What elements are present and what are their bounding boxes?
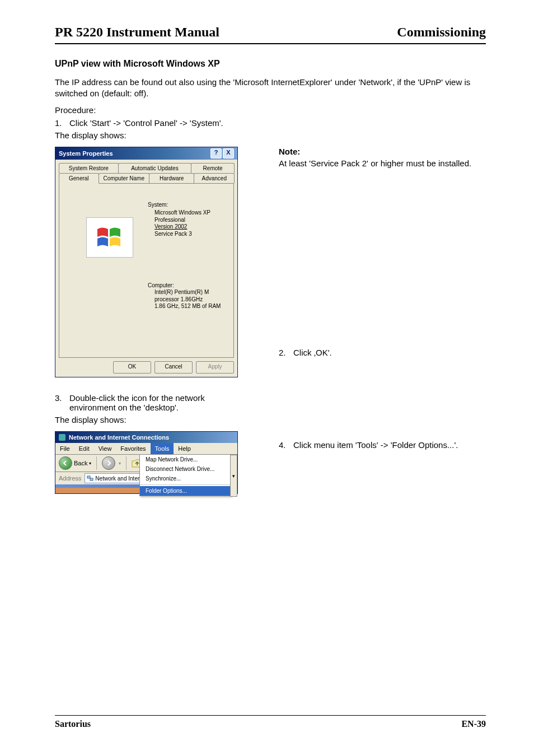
header-right: Commissioning <box>397 25 486 40</box>
sp-computer-line-0: Intel(R) Pentium(R) M <box>154 289 221 296</box>
step-1: 1. Click 'Start' -> 'Control Panel' -> '… <box>55 118 486 128</box>
sp-computer-line-1: processor 1.86GHz <box>154 296 221 304</box>
sp-version-link[interactable]: Version 2002 <box>154 223 187 230</box>
sp-tabs-front-row: General Computer Name Hardware Advanced <box>59 173 234 183</box>
sp-tab-general[interactable]: General <box>59 173 99 184</box>
sp-computer-block: Computer: Intel(R) Pentium(R) M processo… <box>148 282 221 310</box>
sp-tab-hardware[interactable]: Hardware <box>149 173 194 183</box>
nic-dd-synchronize[interactable]: Synchronize... <box>140 474 231 483</box>
sp-tab-automatic-updates[interactable]: Automatic Updates <box>118 163 192 173</box>
step-1-num: 1. <box>55 118 69 128</box>
step-2-num: 2. <box>279 348 293 357</box>
sp-system-label: System: <box>148 202 210 209</box>
chevron-down-icon: ▾ <box>119 461 121 466</box>
sp-titlebar: System Properties ? X <box>55 147 237 160</box>
nic-back-label: Back <box>74 460 87 466</box>
footer-left: Sartorius <box>55 719 91 729</box>
step-4-num: 4. <box>279 440 293 450</box>
nic-dd-map-drive[interactable]: Map Network Drive... <box>140 455 231 464</box>
sp-tab-remote[interactable]: Remote <box>191 163 235 173</box>
windows-logo-icon <box>96 223 124 251</box>
nic-menu-edit[interactable]: Edit <box>74 443 94 454</box>
note-body: At least 'Service Pack 2' or higher must… <box>279 158 486 168</box>
step-2-text: Click ‚OK'. <box>293 348 486 357</box>
svg-rect-0 <box>87 476 90 478</box>
page-header: PR 5220 Instrument Manual Commissioning <box>55 25 486 44</box>
svg-rect-1 <box>90 478 93 480</box>
sp-system-line-1: Professional <box>154 217 210 224</box>
sp-system-block: System: Microsoft Windows XP Professiona… <box>148 202 210 238</box>
sp-help-button[interactable]: ? <box>210 148 222 158</box>
nic-dd-chevron[interactable]: ▾ <box>230 455 237 497</box>
display-shows-1: The display shows: <box>55 130 486 141</box>
sp-computer-line-2: 1.86 GHz, 512 MB of RAM <box>154 303 221 310</box>
display-shows-2: The display shows: <box>55 414 486 426</box>
step-2: 2. Click ‚OK'. <box>279 348 486 357</box>
nic-back-button[interactable]: Back ▾ <box>59 456 91 470</box>
sp-tab-advanced[interactable]: Advanced <box>194 173 235 183</box>
sp-general-panel: System: Microsoft Windows XP Professiona… <box>59 183 234 358</box>
nic-menu-file[interactable]: File <box>55 443 74 454</box>
nic-dd-disconnect-drive[interactable]: Disconnect Network Drive... <box>140 464 231 474</box>
step-3: 3. Double-click the icon for the network… <box>55 393 245 412</box>
header-left: PR 5220 Instrument Manual <box>55 25 219 40</box>
network-icon <box>87 475 93 482</box>
sp-windows-logo <box>86 217 133 258</box>
step-3-text: Double-click the icon for the network en… <box>69 393 245 412</box>
intro-paragraph: The IP address can be found out also usi… <box>55 77 486 100</box>
sp-system-line-3: Service Pack 3 <box>154 231 210 238</box>
sp-tabs-back-row: System Restore Automatic Updates Remote <box>59 163 234 173</box>
step-3-num: 3. <box>55 393 69 412</box>
nic-toolbar: Back ▾ ▾ <box>55 455 237 472</box>
system-properties-window: System Properties ? X System Restore Aut… <box>55 147 238 377</box>
nic-menu-view[interactable]: View <box>94 443 116 454</box>
step-4-text: Click menu item 'Tools' -> 'Folder Optio… <box>293 440 486 450</box>
nic-dd-separator <box>140 484 231 485</box>
nic-dd-folder-options[interactable]: Folder Options... <box>140 486 231 496</box>
sp-button-row: OK Cancel Apply <box>55 358 237 377</box>
chevron-down-icon: ▾ <box>89 461 91 466</box>
nic-menubar: File Edit View Favorites Tools Help <box>55 443 237 455</box>
network-connections-window: Network and Internet Connections File Ed… <box>55 431 238 494</box>
sp-computer-label: Computer: <box>148 282 221 290</box>
sp-tab-system-restore[interactable]: System Restore <box>59 163 119 173</box>
nic-menu-tools[interactable]: Tools <box>151 443 174 454</box>
sp-apply-button[interactable]: Apply <box>196 361 234 374</box>
toolbar-separator <box>96 456 97 470</box>
sp-close-button[interactable]: X <box>223 148 234 158</box>
subheading: UPnP view with Microsoft Windows XP <box>55 59 486 69</box>
arrow-left-icon <box>59 456 72 470</box>
step-1-text: Click 'Start' -> 'Control Panel' -> 'Sys… <box>69 118 486 128</box>
nic-menu-help[interactable]: Help <box>174 443 195 454</box>
nic-title-text: Network and Internet Connections <box>69 432 169 443</box>
nic-forward-button[interactable] <box>102 456 115 470</box>
nic-tools-dropdown: Map Network Drive... Disconnect Network … <box>139 454 231 496</box>
footer-right: EN-39 <box>461 719 486 729</box>
note-title: Note: <box>279 147 486 156</box>
toolbar-separator <box>126 456 127 470</box>
procedure-label: Procedure: <box>55 105 486 115</box>
page-footer: Sartorius EN-39 <box>55 715 486 729</box>
nic-address-label: Address <box>59 475 81 482</box>
nic-titlebar: Network and Internet Connections <box>55 432 237 443</box>
nic-menu-favorites[interactable]: Favorites <box>116 443 150 454</box>
nic-address-value: Network and Interne <box>95 475 146 482</box>
sp-system-line-0: Microsoft Windows XP <box>154 209 210 217</box>
sp-cancel-button[interactable]: Cancel <box>154 361 193 374</box>
arrow-right-icon <box>106 460 111 466</box>
step-4: 4. Click menu item 'Tools' -> 'Folder Op… <box>279 440 486 450</box>
sp-title-text: System Properties <box>59 147 113 160</box>
sp-ok-button[interactable]: OK <box>113 361 151 374</box>
sp-tab-computer-name[interactable]: Computer Name <box>99 173 149 183</box>
network-title-icon <box>59 434 65 441</box>
